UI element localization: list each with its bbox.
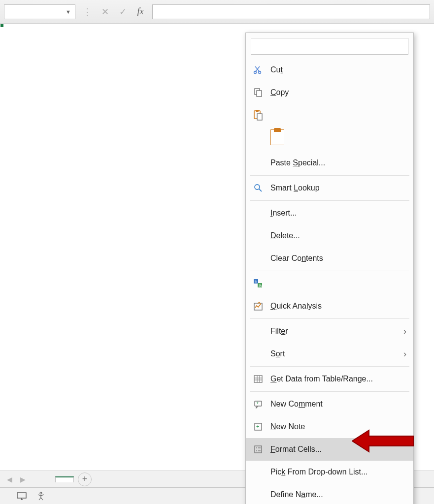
cancel-icon: ✕ bbox=[99, 6, 111, 17]
svg-rect-3 bbox=[257, 91, 262, 96]
menu-separator bbox=[250, 175, 409, 176]
menu-filter-label: Filter bbox=[270, 327, 288, 336]
menu-define-label: Define Name... bbox=[270, 490, 323, 499]
menu-define-name[interactable]: Define Name... bbox=[246, 483, 413, 504]
svg-rect-6 bbox=[257, 114, 262, 120]
fx-icon[interactable]: fx bbox=[134, 6, 146, 17]
menu-clear[interactable]: Clear Contents bbox=[246, 247, 413, 270]
display-settings-icon[interactable] bbox=[17, 492, 27, 500]
svg-point-1 bbox=[259, 71, 261, 74]
context-menu: Cut Copy Paste Special... Smart Lookup I… bbox=[245, 32, 414, 504]
menu-copy[interactable]: Copy bbox=[246, 81, 413, 104]
menu-separator bbox=[250, 271, 409, 271]
menu-cut-label: Cut bbox=[270, 65, 283, 74]
menu-new-note[interactable]: + New Note bbox=[246, 415, 413, 438]
menu-insert-label: Insert... bbox=[270, 209, 297, 218]
sheet-tab-active[interactable] bbox=[55, 476, 74, 482]
menu-clear-label: Clear Contents bbox=[270, 254, 323, 263]
menu-quick-analysis[interactable]: Quick Analysis bbox=[246, 295, 413, 317]
note-icon: + bbox=[253, 421, 264, 432]
svg-text:a: a bbox=[255, 280, 257, 283]
menu-smart-lookup-label: Smart Lookup bbox=[270, 184, 320, 192]
chevron-right-icon: › bbox=[403, 326, 406, 337]
menu-pick-label: Pick From Drop-down List... bbox=[270, 468, 367, 476]
clipboard-icon bbox=[253, 110, 264, 121]
svg-point-32 bbox=[40, 492, 42, 494]
menu-paste-special-label: Paste Special... bbox=[270, 158, 325, 167]
translate-icon: aあ bbox=[253, 278, 264, 289]
menu-delete[interactable]: Delete... bbox=[246, 224, 413, 247]
menu-search-wrap bbox=[251, 38, 408, 55]
svg-text:+: + bbox=[256, 423, 259, 429]
menu-copy-label: Copy bbox=[270, 88, 289, 97]
comment-icon: + bbox=[253, 399, 264, 410]
menu-format-label: Format Cells... bbox=[270, 445, 322, 454]
svg-text:あ: あ bbox=[259, 284, 262, 287]
add-sheet-button[interactable]: + bbox=[78, 472, 92, 486]
menu-paste-special[interactable]: Paste Special... bbox=[246, 152, 413, 174]
svg-point-7 bbox=[255, 185, 260, 189]
spreadsheet-grid[interactable]: Cut Copy Paste Special... Smart Lookup I… bbox=[0, 24, 434, 464]
svg-line-8 bbox=[259, 189, 262, 191]
menu-new-note-label: New Note bbox=[270, 422, 305, 431]
menu-new-comment[interactable]: + New Comment bbox=[246, 393, 413, 415]
menu-paste-options bbox=[246, 104, 413, 126]
scissors-icon bbox=[253, 64, 264, 75]
svg-rect-29 bbox=[17, 493, 26, 498]
svg-point-25 bbox=[256, 450, 257, 451]
menu-search-input[interactable] bbox=[251, 38, 408, 55]
menu-get-data[interactable]: Get Data from Table/Range... bbox=[246, 368, 413, 390]
menu-sort-label: Sort bbox=[270, 349, 285, 358]
accessibility-status[interactable] bbox=[36, 492, 48, 501]
menu-new-comment-label: New Comment bbox=[270, 400, 323, 409]
menu-separator bbox=[250, 200, 409, 201]
format-cells-icon bbox=[253, 444, 264, 455]
menu-quick-label: Quick Analysis bbox=[270, 302, 322, 311]
svg-rect-14 bbox=[254, 376, 262, 382]
menu-filter[interactable]: Filter› bbox=[246, 320, 413, 343]
menu-get-data-label: Get Data from Table/Range... bbox=[270, 375, 373, 383]
menu-delete-label: Delete... bbox=[270, 231, 300, 240]
chevron-down-icon[interactable]: ▼ bbox=[66, 9, 71, 15]
menu-separator bbox=[250, 391, 409, 392]
menu-translate[interactable]: aあ bbox=[246, 272, 413, 295]
vertical-dots-icon[interactable]: ⋮ bbox=[81, 6, 93, 17]
menu-cut[interactable]: Cut bbox=[246, 59, 413, 81]
paste-icon bbox=[270, 129, 284, 145]
svg-rect-23 bbox=[255, 446, 262, 453]
selection-fill-handle[interactable] bbox=[0, 24, 4, 28]
formula-bar: ▼ ⋮ ✕ ✓ fx bbox=[0, 0, 434, 24]
svg-rect-5 bbox=[256, 110, 259, 112]
quick-analysis-icon bbox=[253, 301, 264, 312]
menu-format-cells[interactable]: Format Cells... bbox=[246, 438, 413, 461]
formula-input[interactable] bbox=[152, 4, 430, 19]
menu-sort[interactable]: Sort› bbox=[246, 343, 413, 365]
chevron-right-icon: › bbox=[403, 349, 406, 359]
name-box[interactable]: ▼ bbox=[4, 4, 75, 19]
copy-icon bbox=[253, 87, 264, 98]
paste-option-normal[interactable] bbox=[246, 126, 413, 152]
svg-point-24 bbox=[256, 447, 257, 448]
svg-point-0 bbox=[254, 71, 257, 74]
menu-insert[interactable]: Insert... bbox=[246, 202, 413, 224]
selection-outline bbox=[0, 24, 2, 26]
accessibility-icon bbox=[36, 492, 45, 501]
menu-smart-lookup[interactable]: Smart Lookup bbox=[246, 177, 413, 199]
tab-nav-right[interactable]: ▶ bbox=[18, 475, 28, 483]
table-icon bbox=[253, 374, 264, 384]
svg-text:+: + bbox=[256, 401, 259, 406]
tab-nav-left[interactable]: ◀ bbox=[5, 475, 14, 483]
enter-icon: ✓ bbox=[117, 6, 129, 17]
search-bulb-icon bbox=[253, 183, 264, 193]
menu-separator bbox=[250, 318, 409, 319]
menu-pick-dropdown[interactable]: Pick From Drop-down List... bbox=[246, 461, 413, 483]
menu-separator bbox=[250, 366, 409, 367]
